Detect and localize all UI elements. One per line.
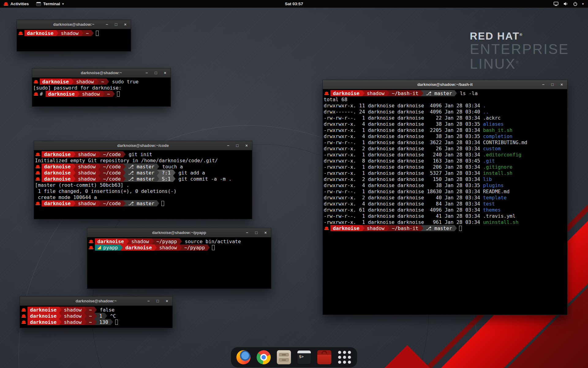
- window-maximize-button[interactable]: □: [550, 80, 555, 89]
- ls-entry-name: aliases: [483, 121, 503, 127]
- window-minimize-button[interactable]: −: [226, 141, 231, 150]
- powerline-arrow: [179, 244, 182, 251]
- system-status-area[interactable]: ▾: [553, 0, 588, 8]
- window-minimize-button[interactable]: −: [541, 80, 546, 89]
- powerline-arrow: [73, 151, 76, 157]
- window-titlebar[interactable]: darknoise@shadow:~/code−□×: [34, 141, 252, 150]
- window-minimize-button[interactable]: −: [144, 68, 149, 78]
- prompt-segment-p: ~: [105, 91, 113, 97]
- window-title: darknoise@shadow:~: [53, 22, 94, 27]
- terminal-output-text: Initialized empty Git repository in /hom…: [35, 158, 218, 163]
- prompt-segment-g: ⎇ master: [423, 225, 454, 231]
- terminal-body[interactable]: darknoiseshadow~ falsedarknoiseshadow~1 …: [20, 306, 172, 326]
- segment-label: ~: [101, 79, 104, 85]
- dock-chrome-icon[interactable]: [257, 350, 271, 364]
- dock-files-icon[interactable]: [277, 350, 291, 364]
- window-close-button[interactable]: ×: [164, 297, 169, 306]
- window-titlebar[interactable]: darknoise@shadow:~−□×: [32, 68, 171, 78]
- window-minimize-button[interactable]: −: [146, 297, 151, 306]
- ls-entry-name: install.sh: [483, 170, 512, 176]
- terminal-line: darknoiseshadow~: [18, 30, 130, 36]
- ls-entry-name: .: [483, 103, 486, 109]
- terminal-line: drwxrwxr-x. 4 darknoise darknoise 84 Jan…: [324, 201, 566, 207]
- ls-entry-name: README.md: [483, 189, 510, 194]
- powerline-arrow: [84, 319, 87, 325]
- redhat-prompt-icon: [324, 227, 329, 230]
- terminal-body[interactable]: darknoiseshadow~ sudo true[sudo] passwor…: [32, 78, 171, 98]
- dock-app-grid-icon[interactable]: [337, 350, 352, 364]
- window-close-button[interactable]: ×: [263, 228, 268, 237]
- window-maximize-button[interactable]: □: [155, 297, 160, 306]
- app-menu-terminal[interactable]: Terminal ▾: [32, 0, 67, 8]
- terminal-window-term1[interactable]: darknoise@shadow:~−□×darknoiseshadow~: [17, 20, 131, 52]
- terminal-line: darknoiseshadow~130: [21, 319, 172, 325]
- prompt-segment-h: shadow: [74, 79, 96, 85]
- rhel-wordmark-enterprise: ENTERPRISE: [470, 42, 569, 57]
- window-controls: −□×: [541, 80, 564, 89]
- powerline-arrow: [105, 313, 107, 319]
- terminal-line: Initialized empty Git repository in /hom…: [35, 157, 251, 163]
- powerline-arrow: [94, 313, 97, 319]
- clock[interactable]: Sat 03:57: [285, 2, 303, 6]
- prompt-segment-h: shadow: [76, 151, 98, 157]
- terminal-output-text: create mode 100644 a: [35, 194, 97, 200]
- ls-entry-name: ..: [483, 109, 489, 115]
- terminal-window-term5[interactable]: darknoise@shadow:~−□×darknoiseshadow~ fa…: [20, 296, 173, 328]
- powerline-arrow: [84, 307, 87, 313]
- terminal-app-icon: [36, 2, 41, 6]
- terminal-body[interactable]: darknoiseshadow~/pyapp source bin/activa…: [87, 237, 271, 251]
- window-close-button[interactable]: ×: [123, 20, 128, 29]
- dock-firefox-icon[interactable]: [236, 350, 251, 364]
- terminal-line: drwxrwxr-x. 2 darknoise darknoise 150 Ja…: [324, 176, 566, 182]
- dock-terminal-icon[interactable]: $>: [297, 350, 311, 364]
- powerline-arrow: [421, 90, 423, 96]
- powerline-arrow: [59, 313, 62, 319]
- chevron-down-icon: ▾: [582, 2, 584, 6]
- window-close-button[interactable]: ×: [244, 141, 249, 150]
- powerline-arrow: [102, 91, 105, 97]
- ls-entry-meta: -rwxrwxr-x. 1 darknoise darknoise 961 Ja…: [324, 219, 483, 225]
- terminal-window-term2[interactable]: darknoise@shadow:~−□×darknoiseshadow~ su…: [32, 68, 171, 107]
- window-controls: −□×: [226, 141, 249, 150]
- terminal-line: drwxrwxr-x. 2 darknoise darknoise 40 Jan…: [324, 194, 566, 201]
- powerline-arrow: [96, 79, 99, 85]
- terminal-cursor: [161, 201, 164, 206]
- window-controls: −□×: [146, 297, 169, 306]
- terminal-window-term6[interactable]: darknoise@shadow:~/bash-it−□×darknoisesh…: [322, 80, 567, 315]
- window-titlebar[interactable]: darknoise@shadow:~/bash-it−□×: [323, 80, 567, 89]
- dock-toolbox-icon[interactable]: [317, 350, 331, 364]
- terminal-body[interactable]: darknoiseshadow~: [17, 29, 131, 37]
- segment-label: shadow: [159, 245, 177, 251]
- segment-label: darknoise: [30, 307, 57, 313]
- ls-entry-name: test: [483, 201, 495, 207]
- ls-entry-name: custom: [483, 146, 501, 151]
- activities-button[interactable]: Activities: [0, 0, 32, 8]
- window-maximize-button[interactable]: □: [153, 68, 158, 78]
- terminal-body[interactable]: darknoiseshadow~/code git initInitialize…: [34, 150, 252, 207]
- window-titlebar[interactable]: darknoise@shadow:~/pyapp−□×: [87, 228, 271, 237]
- ls-entry-name: CONTRIBUTING.md: [483, 140, 527, 145]
- window-titlebar[interactable]: darknoise@shadow:~−□×: [20, 297, 172, 306]
- window-titlebar[interactable]: darknoise@shadow:~−□×: [17, 20, 131, 29]
- powerline-arrow: [120, 244, 123, 251]
- window-maximize-button[interactable]: □: [114, 20, 119, 29]
- terminal-body[interactable]: darknoiseshadow~/bash-it⎇ master ls -lat…: [323, 89, 567, 232]
- window-minimize-button[interactable]: −: [245, 228, 250, 237]
- redhat-prompt-icon: [89, 240, 93, 243]
- window-close-button[interactable]: ×: [559, 80, 564, 89]
- powerline-arrow: [98, 151, 101, 157]
- window-title: darknoise@shadow:~: [76, 299, 117, 303]
- prompt-segment-h: shadow: [76, 170, 98, 176]
- terminal-window-term4[interactable]: darknoise@shadow:~/pyapp−□×darknoiseshad…: [87, 228, 271, 289]
- window-close-button[interactable]: ×: [163, 68, 168, 78]
- ls-entry-meta: -rw-rw-r--. 1 darknoise darknoise 18630 …: [324, 189, 483, 194]
- window-maximize-button[interactable]: □: [254, 228, 259, 237]
- window-maximize-button[interactable]: □: [235, 141, 240, 150]
- app-grid-dot: [343, 356, 346, 359]
- window-minimize-button[interactable]: −: [104, 20, 109, 29]
- prompt-segment-p: ~/bash-it: [390, 225, 421, 231]
- powerline-arrow: [454, 90, 457, 96]
- terminal-window-term3[interactable]: darknoise@shadow:~/code−□×darknoiseshado…: [34, 141, 252, 219]
- powerline-arrow: [154, 244, 157, 251]
- app-grid-dot: [338, 351, 341, 354]
